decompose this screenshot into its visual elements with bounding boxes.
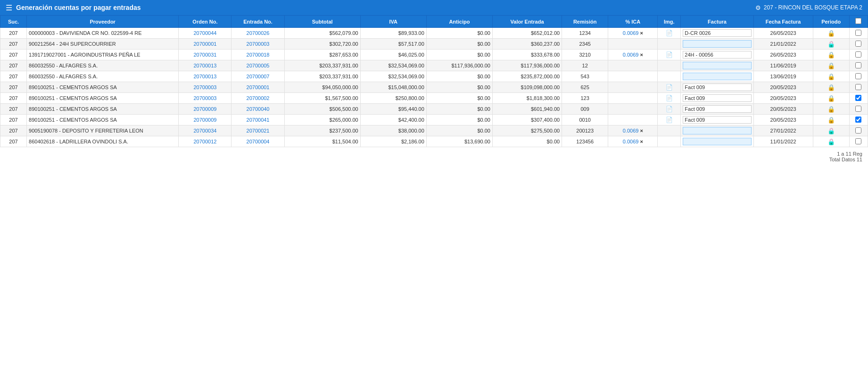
cell-checkbox[interactable] [849,50,868,60]
cell-checkbox[interactable] [849,125,868,136]
factura-input[interactable] [683,29,751,37]
cell-entrada[interactable]: 20700002 [231,93,284,104]
row-checkbox[interactable] [855,138,861,144]
factura-input[interactable] [683,62,751,69]
row-checkbox[interactable] [855,117,861,123]
factura-input[interactable] [683,127,751,134]
cell-orden[interactable]: 20700012 [179,136,231,147]
cell-entrada[interactable]: 20700021 [231,125,284,136]
cell-orden[interactable]: 20700003 [179,93,231,104]
cell-orden[interactable]: 20700044 [179,28,231,39]
cell-factura[interactable] [681,39,753,50]
image-icon[interactable]: 📄 [666,106,673,112]
cell-checkbox[interactable] [849,39,868,50]
entrada-link[interactable]: 20700003 [247,41,270,47]
entrada-link[interactable]: 20700021 [247,128,270,134]
cell-checkbox[interactable] [849,28,868,39]
factura-input[interactable] [683,73,751,80]
entrada-link[interactable]: 20700002 [247,95,270,101]
factura-input[interactable] [683,51,751,58]
image-icon[interactable]: 📄 [666,84,673,91]
cell-factura[interactable] [681,136,753,147]
cell-factura[interactable] [681,50,753,60]
row-checkbox[interactable] [855,30,861,36]
menu-icon[interactable]: ☰ [6,3,12,12]
orden-link[interactable]: 20700044 [193,30,216,36]
cell-checkbox[interactable] [849,82,868,93]
cell-orden[interactable]: 20700003 [179,82,231,93]
row-checkbox[interactable] [855,73,861,79]
cell-factura[interactable] [681,104,753,115]
cell-entrada[interactable]: 20700040 [231,104,284,115]
cell-entrada[interactable]: 20700018 [231,50,284,60]
orden-link[interactable]: 20700034 [193,128,216,134]
factura-input[interactable] [683,116,751,124]
cell-img[interactable]: 📄 [658,104,681,115]
cell-entrada[interactable]: 20700005 [231,60,284,71]
row-checkbox[interactable] [855,84,861,90]
orden-link[interactable]: 20700009 [193,117,216,123]
cell-factura[interactable] [681,60,753,71]
row-checkbox[interactable] [855,95,861,101]
factura-input[interactable] [683,84,751,91]
cell-entrada[interactable]: 20700001 [231,82,284,93]
orden-link[interactable]: 20700003 [193,84,216,90]
ica-remove-button[interactable]: × [640,128,643,134]
row-checkbox[interactable] [855,106,861,112]
orden-link[interactable]: 20700031 [193,52,216,58]
ica-remove-button[interactable]: × [640,52,643,58]
cell-img[interactable]: 📄 [658,82,681,93]
factura-input[interactable] [683,40,751,48]
cell-ica[interactable]: 0.0069× [608,50,658,60]
cell-checkbox[interactable] [849,115,868,125]
cell-img[interactable]: 📄 [658,50,681,60]
cell-orden[interactable]: 20700001 [179,39,231,50]
factura-input[interactable] [683,94,751,102]
cell-orden[interactable]: 20700034 [179,125,231,136]
cell-orden[interactable]: 20700013 [179,60,231,71]
cell-checkbox[interactable] [849,60,868,71]
cell-factura[interactable] [681,125,753,136]
cell-checkbox[interactable] [849,104,868,115]
entrada-link[interactable]: 20700005 [247,63,270,68]
entrada-link[interactable]: 20700004 [247,139,270,144]
cell-factura[interactable] [681,93,753,104]
orden-link[interactable]: 20700012 [193,139,216,144]
cell-checkbox[interactable] [849,93,868,104]
orden-link[interactable]: 20700013 [193,63,216,68]
cell-orden[interactable]: 20700009 [179,115,231,125]
cell-orden[interactable]: 20700013 [179,71,231,82]
cell-orden[interactable]: 20700009 [179,104,231,115]
ica-remove-button[interactable]: × [640,139,643,144]
orden-link[interactable]: 20700001 [193,41,216,47]
image-icon[interactable]: 📄 [666,95,673,101]
select-all-checkbox[interactable] [855,18,861,24]
cell-entrada[interactable]: 20700004 [231,136,284,147]
row-checkbox[interactable] [855,62,861,68]
cell-ica[interactable]: 0.0069× [608,125,658,136]
cell-entrada[interactable]: 20700007 [231,71,284,82]
image-icon[interactable]: 📄 [666,117,673,123]
cell-checkbox[interactable] [849,71,868,82]
row-checkbox[interactable] [855,41,861,47]
cell-entrada[interactable]: 20700041 [231,115,284,125]
image-icon[interactable]: 📄 [666,51,673,58]
entrada-link[interactable]: 20700007 [247,74,270,79]
ica-remove-button[interactable]: × [640,30,643,36]
cell-ica[interactable]: 0.0069× [608,28,658,39]
cell-img[interactable]: 📄 [658,28,681,39]
cell-factura[interactable] [681,28,753,39]
orden-link[interactable]: 20700013 [193,74,216,79]
orden-link[interactable]: 20700003 [193,95,216,101]
factura-input[interactable] [683,138,751,145]
cell-img[interactable]: 📄 [658,93,681,104]
cell-factura[interactable] [681,71,753,82]
cell-factura[interactable] [681,82,753,93]
entrada-link[interactable]: 20700041 [247,117,270,123]
entrada-link[interactable]: 20700001 [247,84,270,90]
row-checkbox[interactable] [855,127,861,134]
entrada-link[interactable]: 20700018 [247,52,270,58]
cell-ica[interactable]: 0.0069× [608,136,658,147]
cell-factura[interactable] [681,115,753,125]
cell-entrada[interactable]: 20700003 [231,39,284,50]
